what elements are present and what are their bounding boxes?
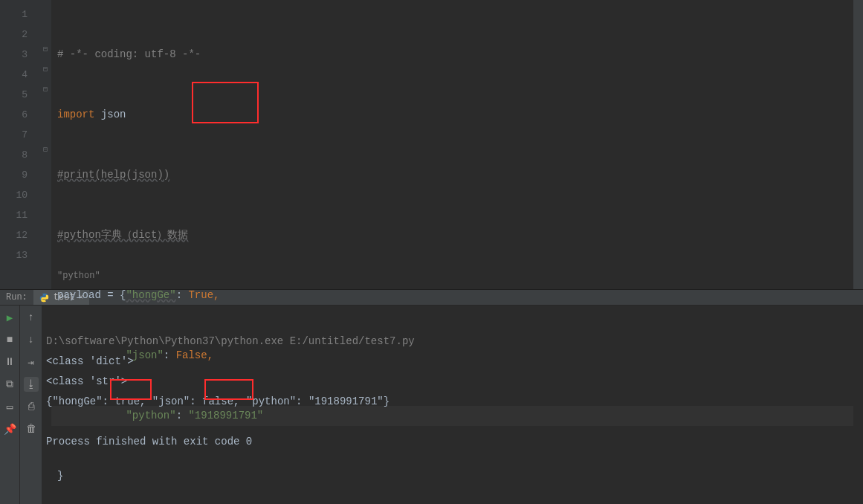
- run-panel: Run: test × ▶ ■ ⏸ ⧉ ▭ 📌 ↑ ↓ ⇥ ⭳ ⎙ 🗑 D:\s…: [0, 290, 863, 504]
- stop-button[interactable]: ■: [2, 332, 17, 347]
- soft-wrap-button[interactable]: ⇥: [24, 355, 39, 369]
- scroll-up-button[interactable]: ↑: [24, 310, 39, 325]
- scroll-down-button[interactable]: ↓: [24, 332, 39, 347]
- line-number: 5: [0, 85, 28, 105]
- console-line: <class 'str'>: [46, 375, 127, 387]
- scroll-to-end-button[interactable]: ⭳: [24, 377, 39, 392]
- fold-column: ⊟ ⊟ ⊟ ⊟: [41, 0, 51, 289]
- line-number: 6: [0, 105, 28, 125]
- line-number: 11: [0, 205, 28, 225]
- line-number: 7: [0, 125, 28, 145]
- line-number: 13: [0, 245, 28, 265]
- fold-icon[interactable]: ⊟: [41, 45, 50, 54]
- code-text: ,: [213, 289, 219, 301]
- pin-button[interactable]: 📌: [2, 421, 17, 436]
- python-icon: [39, 292, 50, 303]
- line-number: 9: [0, 165, 28, 185]
- console-line: D:\software\Python\Python37\python.exe E…: [46, 335, 415, 347]
- dock-button[interactable]: ▭: [2, 399, 17, 414]
- clear-button[interactable]: 🗑: [24, 421, 39, 436]
- code-text: import: [57, 109, 94, 120]
- fold-icon[interactable]: ⊟: [41, 85, 50, 94]
- line-number: 3: [0, 45, 28, 65]
- console-line: true,: [114, 395, 146, 407]
- layout-button[interactable]: ⧉: [2, 377, 17, 392]
- line-number: 8: [0, 145, 28, 165]
- line-number: 10: [0, 185, 28, 205]
- console-line: "python": "1918991791"}: [239, 395, 390, 407]
- editor-scrollbar[interactable]: [853, 0, 863, 289]
- console-line: Process finished with exit code 0: [46, 436, 252, 448]
- line-number: 4: [0, 65, 28, 85]
- code-text: :: [176, 289, 189, 301]
- code-text: payload = {: [57, 289, 126, 301]
- line-number-gutter: 1 2 3 4 5 6 7 8 9 10 11 12 13: [0, 0, 41, 289]
- console-line: "json":: [146, 395, 202, 407]
- editor-area: 1 2 3 4 5 6 7 8 9 10 11 12 13 ⊟ ⊟ ⊟ ⊟ # …: [0, 0, 863, 290]
- console-line: {"hongGe":: [46, 395, 114, 407]
- run-label: Run:: [0, 292, 33, 303]
- line-number: 1: [0, 4, 28, 25]
- code-area[interactable]: # -*- coding: utf-8 -*- import json #pri…: [51, 0, 853, 289]
- code-text: # -*- coding: utf-8 -*-: [57, 48, 201, 60]
- breadcrumb[interactable]: "python": [57, 266, 100, 286]
- run-body: ▶ ■ ⏸ ⧉ ▭ 📌 ↑ ↓ ⇥ ⭳ ⎙ 🗑 D:\software\Pyth…: [0, 306, 863, 504]
- code-text: True: [188, 289, 213, 301]
- console-output[interactable]: D:\software\Python\Python37\python.exe E…: [42, 306, 863, 504]
- fold-icon[interactable]: ⊟: [41, 145, 50, 154]
- line-number: 12: [0, 225, 28, 245]
- run-toolbar-left: ▶ ■ ⏸ ⧉ ▭ 📌: [0, 306, 19, 504]
- run-toolbar-left2: ↑ ↓ ⇥ ⭳ ⎙ 🗑: [19, 306, 42, 504]
- line-number: 2: [0, 25, 28, 45]
- code-text: json: [94, 109, 126, 120]
- pause-button[interactable]: ⏸: [2, 355, 17, 369]
- code-text: #print(help(json)): [57, 169, 169, 181]
- code-text: #python字典（dict）数据: [57, 229, 188, 241]
- fold-icon[interactable]: ⊟: [41, 65, 50, 74]
- console-line: <class 'dict'>: [46, 355, 134, 367]
- console-line: false,: [202, 395, 239, 407]
- run-button[interactable]: ▶: [2, 310, 17, 325]
- code-text: "hongGe": [126, 289, 175, 301]
- print-button[interactable]: ⎙: [24, 399, 39, 414]
